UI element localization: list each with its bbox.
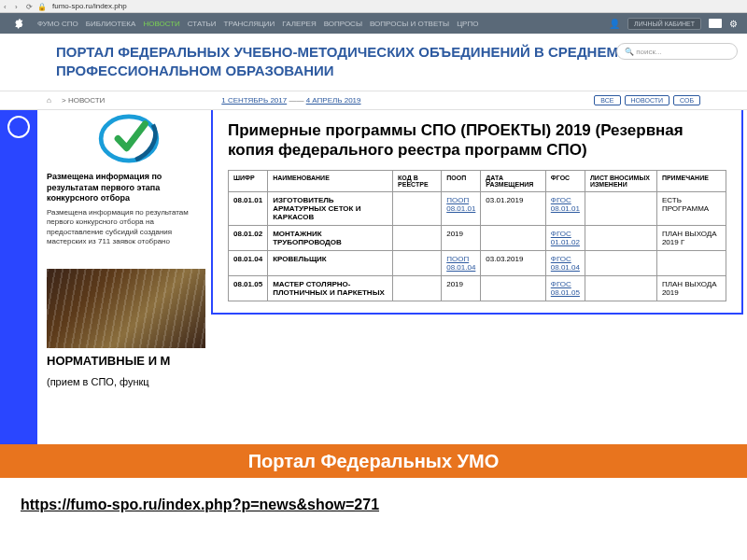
search-input[interactable]: 🔍 поиск... bbox=[616, 43, 738, 60]
date-to[interactable]: 4 АПРЕЛЬ 2019 bbox=[306, 96, 361, 105]
nav-news[interactable]: НОВОСТИ bbox=[143, 20, 179, 28]
site-logo[interactable] bbox=[9, 15, 30, 32]
news-card-1[interactable]: Размещена информация по результатам перв… bbox=[47, 110, 210, 247]
breadcrumb-sep: > bbox=[62, 96, 66, 105]
card1-text: Размещена информация по результатам перв… bbox=[47, 208, 210, 247]
cabinet-button[interactable]: ЛИЧНЫЙ КАБИНЕТ bbox=[627, 18, 701, 30]
checkmark-icon bbox=[87, 110, 171, 166]
poop-link[interactable]: ПООП08.01.01 bbox=[446, 196, 475, 213]
overlay-title: Примерные программы СПО (ПРОЕКТЫ) 2019 (… bbox=[228, 120, 726, 161]
banner-text: Портал Федеральных УМО bbox=[248, 451, 500, 472]
home-icon[interactable]: ⌂ bbox=[47, 96, 56, 105]
nav-library[interactable]: БИБЛИОТЕКА bbox=[86, 20, 136, 28]
nav-faq[interactable]: ВОПРОСЫ И ОТВЕТЫ bbox=[370, 20, 449, 28]
breadcrumb-bar: ⌂ > НОВОСТИ 1 СЕНТЯБРЬ 2017 —— 4 АПРЕЛЬ … bbox=[0, 91, 747, 110]
forward-icon[interactable]: › bbox=[15, 3, 22, 10]
svg-point-1 bbox=[93, 113, 163, 164]
poop-link[interactable]: ПООП08.01.04 bbox=[446, 255, 475, 272]
nav-broadcasts[interactable]: ТРАНСЛЯЦИИ bbox=[224, 20, 275, 28]
blue-sidebar bbox=[0, 110, 37, 444]
page-title: ПОРТАЛ ФЕДЕРАЛЬНЫХ УЧЕБНО-МЕТОДИЧЕСКИХ О… bbox=[56, 43, 691, 79]
table-row: 08.01.01ИЗГОТОВИТЕЛЬ АРМАТУРНЫХ СЕТОК И … bbox=[229, 191, 726, 225]
programs-overlay: Примерные программы СПО (ПРОЕКТЫ) 2019 (… bbox=[211, 110, 743, 315]
tab-events[interactable]: СОБ bbox=[673, 95, 700, 105]
circle-indicator bbox=[7, 116, 30, 138]
fgos-link[interactable]: ФГОС08.01.04 bbox=[551, 255, 580, 272]
table-row: 08.01.04КРОВЕЛЬЩИКПООП08.01.0403.03.2019… bbox=[229, 250, 726, 275]
top-navigation: ФУМО СПО БИБЛИОТЕКА НОВОСТИ СТАТЬИ ТРАНС… bbox=[0, 13, 747, 34]
tab-all[interactable]: ВСЕ bbox=[594, 95, 620, 105]
nav-fumo[interactable]: ФУМО СПО bbox=[37, 20, 78, 28]
date-range: 1 СЕНТЯБРЬ 2017 —— 4 АПРЕЛЬ 2019 bbox=[221, 96, 360, 105]
date-from[interactable]: 1 СЕНТЯБРЬ 2017 bbox=[221, 96, 287, 105]
tab-news[interactable]: НОВОСТИ bbox=[625, 95, 670, 105]
back-icon[interactable]: ‹ bbox=[4, 3, 11, 10]
fgos-link[interactable]: ФГОС08.01.05 bbox=[551, 280, 580, 297]
page-header: ПОРТАЛ ФЕДЕРАЛЬНЫХ УЧЕБНО-МЕТОДИЧЕСКИХ О… bbox=[0, 34, 747, 91]
nav-crpo[interactable]: ЦРПО bbox=[457, 20, 478, 28]
orange-banner: Портал Федеральных УМО bbox=[0, 444, 747, 478]
settings-icon[interactable]: ⚙ bbox=[729, 19, 738, 29]
mail-icon[interactable] bbox=[709, 19, 722, 28]
lock-icon: 🔒 bbox=[37, 3, 45, 10]
reload-icon[interactable]: ⟳ bbox=[26, 3, 34, 10]
card2-title: НОРМАТИВНЫЕ И М bbox=[47, 354, 210, 370]
table-header-row: ШИФР НАИМЕНОВАНИЕ КОД В РЕЕСТРЕ ПООП ДАТ… bbox=[229, 170, 726, 191]
user-icon[interactable]: 👤 bbox=[609, 19, 620, 29]
books-image bbox=[47, 269, 205, 348]
nav-questions[interactable]: ВОПРОСЫ bbox=[324, 20, 362, 28]
fgos-link[interactable]: ФГОС01.01.02 bbox=[551, 230, 580, 246]
table-row: 08.01.05МАСТЕР СТОЛЯРНО-ПЛОТНИЧНЫХ И ПАР… bbox=[229, 275, 726, 301]
table-row: 08.01.02МОНТАЖНИК ТРУБОПРОВОДОВ2019ФГОС0… bbox=[229, 225, 726, 250]
programs-table: ШИФР НАИМЕНОВАНИЕ КОД В РЕЕСТРЕ ПООП ДАТ… bbox=[228, 170, 726, 301]
nav-articles[interactable]: СТАТЬИ bbox=[188, 20, 217, 28]
browser-chrome: ‹ › ⟳ 🔒 fumo-spo.ru/index.php bbox=[0, 0, 747, 13]
fgos-link[interactable]: ФГОС08.01.01 bbox=[551, 196, 580, 213]
url-section: https://fumo-spo.ru/index.php?p=news&sho… bbox=[0, 478, 747, 532]
filter-tabs: ВСЕ НОВОСТИ СОБ bbox=[594, 95, 700, 105]
bottom-url-link[interactable]: https://fumo-spo.ru/index.php?p=news&sho… bbox=[21, 497, 379, 512]
breadcrumb-section[interactable]: НОВОСТИ bbox=[68, 96, 105, 105]
content-area: Размещена информация по результатам перв… bbox=[0, 110, 747, 444]
address-bar[interactable]: fumo-spo.ru/index.php bbox=[52, 2, 127, 10]
news-card-2[interactable]: НОРМАТИВНЫЕ И М (прием в СПО, функц bbox=[47, 269, 210, 388]
nav-gallery[interactable]: ГАЛЕРЕЯ bbox=[282, 20, 316, 28]
card2-sub: (прием в СПО, функц bbox=[47, 375, 210, 388]
search-icon: 🔍 bbox=[625, 48, 634, 56]
card1-title: Размещена информация по результатам перв… bbox=[47, 172, 210, 204]
